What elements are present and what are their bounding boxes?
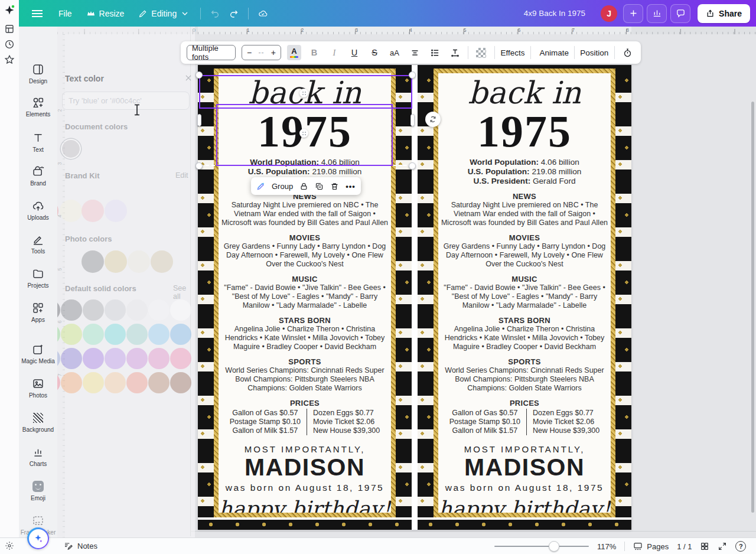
font-size-minus[interactable]: − [247, 48, 252, 57]
poster-section-sports[interactable]: SPORTSWorld Series Champions: Cincinnati… [219, 357, 391, 393]
transparency-button[interactable] [474, 45, 488, 60]
resize-handle-right[interactable] [410, 114, 415, 126]
insights-button[interactable] [647, 4, 667, 23]
poster-section-movies[interactable]: MOVIESGrey Gardens • Funny Lady • Barry … [438, 233, 611, 269]
poster-section-news[interactable]: NEWSSaturday Night Live premiered on NBC… [438, 192, 611, 227]
undo-icon[interactable] [210, 9, 220, 18]
poster-name[interactable]: MADISON [438, 454, 611, 481]
color-swatch[interactable] [148, 372, 170, 393]
sidebar-item-charts[interactable]: Charts [19, 445, 57, 467]
text-box-handle[interactable] [299, 129, 308, 138]
poster-title-year[interactable]: 1975 [438, 110, 611, 152]
ai-assistant-button[interactable] [27, 527, 49, 549]
sidebar-item-text[interactable]: Text [19, 131, 57, 153]
text-box-handle[interactable] [299, 89, 308, 97]
color-swatch[interactable] [60, 200, 82, 222]
color-swatch[interactable] [83, 299, 104, 321]
sidebar-item-emoji[interactable]: Emoji [19, 479, 57, 501]
color-swatch[interactable] [126, 299, 148, 321]
resize-handle-top-right[interactable] [409, 71, 416, 79]
color-swatch[interactable] [105, 348, 126, 369]
editing-mode-menu[interactable]: Editing [138, 9, 190, 18]
alignment-button[interactable] [408, 45, 422, 60]
poster-section-news[interactable]: NEWSSaturday Night Live premiered on NBC… [219, 192, 391, 227]
vertical-scrollbar[interactable] [751, 102, 754, 513]
file-menu[interactable]: File [58, 9, 72, 18]
color-swatch[interactable] [148, 299, 170, 321]
color-swatch[interactable] [82, 200, 104, 222]
add-member-button[interactable] [623, 4, 643, 23]
more-options-button[interactable]: ••• [346, 182, 356, 191]
poster-born-line[interactable]: was born on August 18, 1975 [438, 483, 611, 493]
strikethrough-button[interactable]: S [367, 45, 382, 60]
poster-most-importantly[interactable]: MOST IMPORTANTLY, [438, 444, 611, 454]
resize-handle-left[interactable] [197, 114, 201, 126]
color-swatch[interactable] [105, 324, 126, 345]
color-swatch[interactable] [83, 324, 104, 345]
cloud-check-icon[interactable] [258, 9, 268, 18]
color-swatch[interactable] [126, 348, 148, 369]
color-swatch[interactable] [151, 250, 173, 273]
color-swatch[interactable] [128, 250, 150, 273]
color-swatch[interactable] [61, 299, 82, 321]
brand-kit-edit-link[interactable]: Edit [175, 171, 188, 180]
fullscreen-button[interactable] [718, 542, 727, 551]
color-swatch[interactable] [170, 299, 191, 321]
color-swatch[interactable] [61, 324, 82, 345]
color-swatch[interactable] [82, 250, 104, 273]
resize-menu[interactable]: Resize [86, 9, 125, 18]
color-swatch[interactable] [170, 348, 191, 369]
color-swatch[interactable] [126, 324, 148, 345]
poster-happy-birthday[interactable]: happy birthday! [438, 497, 611, 513]
color-swatch[interactable] [126, 372, 148, 393]
design-page[interactable]: back in1975World Population: 4.06 billio… [198, 65, 631, 530]
underline-button[interactable]: U [347, 45, 361, 60]
poster-section-prices[interactable]: PRICESGallon of Gas $0.57Postage Stamp $… [219, 399, 391, 435]
zoom-slider[interactable] [494, 538, 589, 554]
grid-view-button[interactable] [700, 542, 709, 551]
zoom-level[interactable]: 117% [597, 542, 616, 551]
poster-section-music[interactable]: MUSIC"Fame" - David Bowie • "Jive Talkin… [219, 275, 391, 310]
color-swatch[interactable] [105, 299, 126, 321]
font-size-plus[interactable]: + [271, 48, 276, 57]
poster-section-movies[interactable]: MOVIESGrey Gardens • Funny Lady • Barry … [219, 233, 391, 269]
text-case-button[interactable]: aA [387, 45, 402, 60]
group-button[interactable]: Group [272, 182, 293, 191]
zoom-slider-thumb[interactable] [549, 541, 559, 552]
color-swatch[interactable] [61, 348, 82, 369]
gear-icon[interactable] [5, 541, 15, 551]
bold-button[interactable]: B [307, 45, 321, 60]
poster-section-music[interactable]: MUSIC"Fame" - David Bowie • "Jive Talkin… [438, 275, 611, 310]
effects-button[interactable]: Effects [500, 48, 524, 57]
color-swatch[interactable] [61, 372, 82, 393]
sidebar-item-tools[interactable]: Tools [19, 232, 57, 255]
poster-section-sports[interactable]: SPORTSWorld Series Champions: Cincinnati… [438, 357, 611, 393]
color-swatch[interactable] [170, 324, 191, 345]
poster-section-prices[interactable]: PRICESGallon of Gas $0.57Postage Stamp $… [438, 399, 611, 435]
lock-icon[interactable] [299, 182, 308, 191]
poster-most-importantly[interactable]: MOST IMPORTANTLY, [219, 444, 391, 454]
list-button[interactable] [428, 45, 442, 60]
notes-button[interactable]: Notes [64, 541, 97, 550]
default-colors-see-all-link[interactable]: See all [173, 284, 195, 301]
color-search-input[interactable] [62, 92, 190, 110]
poster-section-stars-born[interactable]: STARS BORNAngelina Jolie • Charlize Ther… [219, 316, 391, 351]
templates-icon[interactable] [4, 24, 15, 34]
font-selector[interactable]: Multiple fonts [187, 45, 236, 60]
poster-section-stars-born[interactable]: STARS BORNAngelina Jolie • Charlize Ther… [438, 316, 611, 351]
color-swatch[interactable] [83, 348, 104, 369]
poster-stats[interactable]: World Population: 4.06 billionU.S. Popul… [438, 158, 611, 186]
color-swatch[interactable] [105, 200, 127, 222]
sidebar-item-projects[interactable]: Projects [19, 266, 57, 289]
letter-spacing-button[interactable] [448, 45, 462, 60]
sidebar-item-brand[interactable]: Brand [19, 164, 57, 187]
sidebar-item-magic-media[interactable]: Magic Media [19, 342, 57, 364]
resize-handle-bottom-right[interactable] [409, 162, 416, 170]
timing-button[interactable] [621, 45, 635, 60]
color-swatch[interactable] [83, 372, 104, 393]
sidebar-item-design[interactable]: Design [19, 62, 57, 84]
sidebar-item-apps[interactable]: Apps [19, 301, 57, 323]
trash-icon[interactable] [330, 182, 339, 191]
share-button[interactable]: Share [698, 4, 750, 23]
poster-happy-birthday[interactable]: happy birthday! [219, 497, 391, 513]
